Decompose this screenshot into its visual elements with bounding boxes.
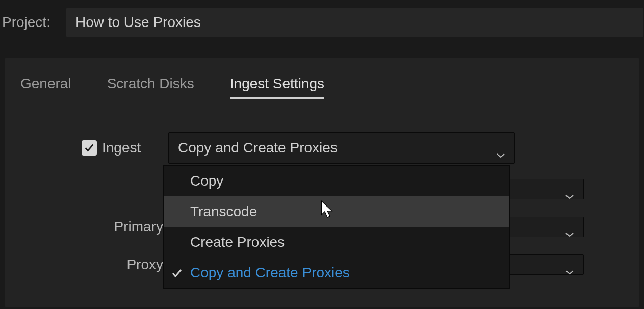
project-name-input[interactable]: How to Use Proxies — [66, 8, 644, 37]
chevron-down-icon — [565, 187, 574, 192]
chevron-down-icon — [565, 262, 574, 267]
project-label: Project: — [0, 14, 50, 31]
ingest-checkbox-label: Ingest — [102, 140, 141, 156]
ingest-checkbox-wrap: Ingest — [20, 140, 163, 156]
ingest-checkbox[interactable] — [82, 140, 97, 156]
check-icon — [84, 142, 95, 153]
dropdown-option-copy[interactable]: Copy — [164, 166, 509, 196]
dropdown-option-create-proxies[interactable]: Create Proxies — [164, 227, 509, 258]
ingest-dropdown[interactable]: Copy and Create Proxies — [168, 132, 515, 164]
ingest-dropdown-value: Copy and Create Proxies — [178, 140, 338, 156]
chevron-down-icon — [496, 145, 505, 150]
chevron-down-icon — [565, 224, 574, 229]
tab-ingest-settings[interactable]: Ingest Settings — [230, 75, 324, 99]
tab-general[interactable]: General — [20, 75, 71, 99]
dropdown-option-copy-create-proxies[interactable]: Copy and Create Proxies — [164, 258, 509, 288]
ingest-dropdown-menu: Copy Transcode Create Proxies Copy and C… — [163, 165, 510, 289]
settings-panel: General Scratch Disks Ingest Settings In… — [5, 58, 639, 307]
dropdown-option-label: Copy and Create Proxies — [190, 265, 350, 281]
tabs-container: General Scratch Disks Ingest Settings — [5, 58, 639, 112]
tab-scratch-disks[interactable]: Scratch Disks — [107, 75, 194, 99]
ingest-row: Ingest Copy and Create Proxies — [20, 132, 624, 164]
settings-body: Ingest Copy and Create Proxies Copy Tran… — [5, 112, 639, 307]
primary-label: Primary — [20, 219, 163, 235]
check-icon — [171, 267, 183, 279]
dropdown-option-transcode[interactable]: Transcode — [164, 196, 509, 227]
proxy-label: Proxy — [20, 256, 163, 273]
